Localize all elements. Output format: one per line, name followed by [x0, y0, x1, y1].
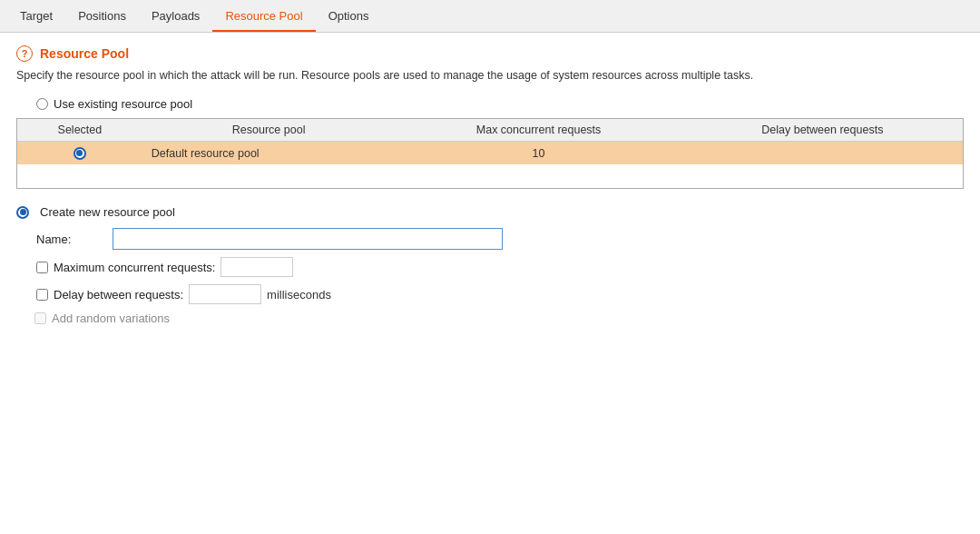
delay-row: Delay between requests: milliseconds: [36, 284, 964, 304]
name-form-row: Name:: [36, 228, 964, 250]
pool-table-container: Selected Resource pool Max concurrent re…: [16, 118, 964, 190]
name-label: Name:: [36, 232, 109, 246]
table-row[interactable]: Default resource pool 10: [17, 141, 963, 164]
tab-resource-pool[interactable]: Resource Pool: [212, 2, 315, 32]
row-delay: [682, 141, 963, 164]
create-new-label: Create new resource pool: [40, 205, 175, 219]
add-random-checkbox[interactable]: [34, 312, 46, 324]
add-random-row: Add random variations: [34, 312, 964, 325]
section-title: Resource Pool: [40, 46, 129, 61]
col-delay: Delay between requests: [682, 119, 963, 142]
row-max-concurrent: 10: [395, 141, 681, 164]
tab-positions[interactable]: Positions: [65, 2, 139, 32]
row-pool-name: Default resource pool: [142, 141, 396, 164]
max-concurrent-label: Maximum concurrent requests:: [54, 261, 215, 274]
delay-input[interactable]: [189, 284, 261, 304]
col-selected: Selected: [17, 119, 142, 142]
use-existing-label: Use existing resource pool: [54, 97, 192, 111]
section-title-row: ? Resource Pool: [16, 45, 964, 62]
col-max-concurrent: Max concurrent requests: [395, 119, 681, 142]
tab-payloads[interactable]: Payloads: [139, 2, 212, 32]
pool-table: Selected Resource pool Max concurrent re…: [17, 119, 963, 189]
tab-bar: Target Positions Payloads Resource Pool …: [0, 0, 980, 33]
create-new-radio-row[interactable]: Create new resource pool: [16, 205, 964, 219]
delay-label: Delay between requests:: [54, 288, 183, 302]
col-resource-pool: Resource pool: [142, 119, 396, 142]
main-content: ? Resource Pool Specify the resource poo…: [0, 33, 980, 534]
section-description: Specify the resource pool in which the a…: [16, 67, 964, 84]
delay-checkbox[interactable]: [36, 289, 48, 301]
create-new-radio-indicator: [16, 206, 29, 219]
create-section: Create new resource pool Name: Maximum c…: [16, 205, 964, 325]
table-header-row: Selected Resource pool Max concurrent re…: [17, 119, 963, 142]
help-icon[interactable]: ?: [16, 45, 33, 62]
empty-table-space: [17, 164, 963, 188]
use-existing-radio-row[interactable]: Use existing resource pool: [36, 97, 964, 111]
delay-unit-label: milliseconds: [267, 288, 331, 302]
tab-options[interactable]: Options: [316, 2, 382, 32]
selected-radio-indicator: [74, 147, 86, 160]
max-concurrent-input[interactable]: [220, 257, 293, 277]
max-concurrent-checkbox[interactable]: [36, 262, 48, 273]
tab-target[interactable]: Target: [7, 2, 65, 32]
name-input[interactable]: [113, 228, 503, 250]
max-concurrent-row: Maximum concurrent requests:: [36, 257, 964, 277]
row-selected-cell: [17, 141, 142, 164]
add-random-label: Add random variations: [52, 312, 170, 325]
use-existing-radio[interactable]: [36, 98, 48, 110]
